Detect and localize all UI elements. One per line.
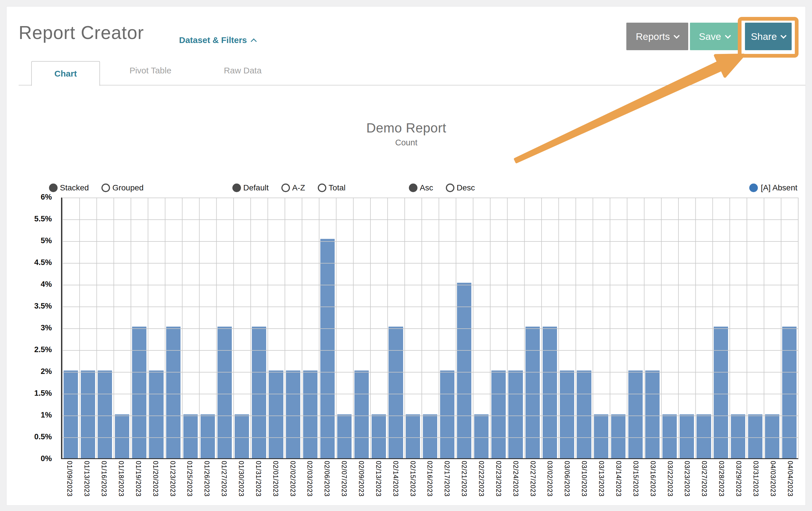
save-button[interactable]: Save bbox=[690, 23, 739, 50]
bar-column bbox=[763, 197, 781, 458]
bar-column bbox=[404, 197, 422, 458]
x-tick-label: 03/31/2023 bbox=[752, 461, 760, 507]
tab-pivot-table[interactable]: Pivot Table bbox=[115, 66, 185, 75]
radio-unselected-icon[interactable] bbox=[446, 184, 455, 192]
bar[interactable] bbox=[406, 414, 420, 458]
radio-selected-icon[interactable] bbox=[409, 184, 417, 192]
bar[interactable] bbox=[457, 283, 471, 458]
x-tick-label: 01/13/2023 bbox=[83, 461, 90, 507]
radio-selected-icon[interactable] bbox=[49, 184, 58, 192]
bar[interactable] bbox=[697, 414, 711, 458]
bar[interactable] bbox=[423, 414, 437, 458]
x-tick-cell: 01/23/2023 bbox=[164, 461, 181, 507]
radio-label: Desc bbox=[457, 183, 475, 192]
bar[interactable] bbox=[354, 371, 369, 458]
x-tick-cell: 03/28/2023 bbox=[713, 461, 730, 507]
x-tick-cell: 02/13/2023 bbox=[370, 461, 387, 507]
bar[interactable] bbox=[64, 371, 78, 458]
bar[interactable] bbox=[337, 414, 352, 458]
bar[interactable] bbox=[183, 414, 198, 458]
radio-unselected-icon[interactable] bbox=[281, 184, 290, 192]
radio-unselected-icon[interactable] bbox=[102, 184, 110, 192]
bar[interactable] bbox=[714, 327, 728, 458]
tab-chart[interactable]: Chart bbox=[31, 61, 100, 86]
bar[interactable] bbox=[782, 327, 796, 458]
radio-order-asc[interactable]: Asc bbox=[409, 183, 433, 192]
bar[interactable] bbox=[201, 414, 215, 458]
bar[interactable] bbox=[166, 327, 180, 458]
x-tick-cell: 01/26/2023 bbox=[198, 461, 215, 507]
bar[interactable] bbox=[252, 327, 266, 458]
radio-stack-mode-grouped[interactable]: Grouped bbox=[102, 183, 144, 192]
bar[interactable] bbox=[765, 414, 779, 458]
bar[interactable] bbox=[731, 414, 745, 458]
share-button[interactable]: Share bbox=[745, 23, 792, 50]
bar-column bbox=[251, 197, 268, 458]
radio-selected-icon[interactable] bbox=[232, 184, 241, 192]
bar[interactable] bbox=[218, 327, 232, 458]
bar-column bbox=[96, 197, 113, 458]
bar[interactable] bbox=[474, 414, 489, 458]
legend-dot-icon bbox=[749, 184, 758, 192]
chart-title: Demo Report bbox=[7, 120, 806, 136]
bar[interactable] bbox=[560, 371, 574, 458]
bar[interactable] bbox=[748, 414, 762, 458]
radio-sort-mode-a-z[interactable]: A-Z bbox=[281, 183, 305, 192]
x-tick-cell: 03/10/2023 bbox=[576, 461, 593, 507]
dataset-filters-toggle[interactable]: Dataset & Filters bbox=[179, 35, 256, 45]
chart-subtitle: Count bbox=[7, 138, 806, 147]
radio-unselected-icon[interactable] bbox=[318, 184, 326, 192]
bar[interactable] bbox=[320, 239, 335, 458]
bar[interactable] bbox=[303, 371, 317, 458]
bar[interactable] bbox=[525, 327, 540, 458]
bar[interactable] bbox=[508, 371, 523, 458]
x-tick-cell: 02/17/2023 bbox=[438, 461, 456, 507]
bar[interactable] bbox=[98, 371, 112, 458]
x-tick-label: 02/21/2023 bbox=[460, 461, 468, 507]
bar-column bbox=[592, 197, 610, 458]
control-group-stack-mode: StackedGrouped bbox=[49, 182, 144, 193]
radio-sort-mode-default[interactable]: Default bbox=[232, 183, 269, 192]
bar-column bbox=[62, 197, 79, 458]
bar[interactable] bbox=[149, 371, 163, 458]
bar[interactable] bbox=[286, 371, 300, 458]
y-tick-label: 0.5% bbox=[7, 432, 52, 441]
x-tick-label: 02/07/2023 bbox=[340, 461, 348, 507]
x-axis: 01/09/202301/13/202301/16/202301/18/2023… bbox=[61, 461, 799, 507]
bar[interactable] bbox=[81, 371, 95, 458]
bar[interactable] bbox=[594, 414, 608, 458]
bar[interactable] bbox=[132, 327, 146, 458]
tab-raw-data[interactable]: Raw Data bbox=[208, 66, 277, 75]
bars-container bbox=[62, 197, 798, 458]
bar[interactable] bbox=[611, 414, 626, 458]
bar[interactable] bbox=[662, 414, 677, 458]
bar[interactable] bbox=[543, 327, 557, 458]
x-tick-label: 03/15/2023 bbox=[632, 461, 639, 507]
x-tick-cell: 01/31/2023 bbox=[250, 461, 267, 507]
bar[interactable] bbox=[491, 371, 506, 458]
x-tick-cell: 03/31/2023 bbox=[747, 461, 764, 507]
bar[interactable] bbox=[577, 371, 591, 458]
reports-button[interactable]: Reports bbox=[626, 23, 688, 50]
bar[interactable] bbox=[372, 414, 386, 458]
radio-stack-mode-stacked[interactable]: Stacked bbox=[49, 183, 89, 192]
legend-item-absent[interactable]: [A] Absent bbox=[749, 182, 798, 193]
radio-order-desc[interactable]: Desc bbox=[446, 183, 475, 192]
x-tick-cell: 02/23/2023 bbox=[490, 461, 507, 507]
bar-column bbox=[541, 197, 558, 458]
bar[interactable] bbox=[388, 327, 403, 458]
bar-column bbox=[747, 197, 764, 458]
bar[interactable] bbox=[645, 371, 660, 458]
bar[interactable] bbox=[628, 371, 643, 458]
bar[interactable] bbox=[115, 414, 129, 458]
bar[interactable] bbox=[440, 371, 455, 458]
bar[interactable] bbox=[235, 414, 249, 458]
bar[interactable] bbox=[679, 414, 694, 458]
bar-column bbox=[781, 197, 798, 458]
y-tick-label: 4.5% bbox=[7, 258, 52, 267]
x-tick-label: 02/06/2023 bbox=[323, 461, 331, 507]
x-tick-label: 03/10/2023 bbox=[580, 461, 588, 507]
bar[interactable] bbox=[269, 371, 283, 458]
bar-column bbox=[130, 197, 148, 458]
radio-sort-mode-total[interactable]: Total bbox=[318, 183, 346, 192]
